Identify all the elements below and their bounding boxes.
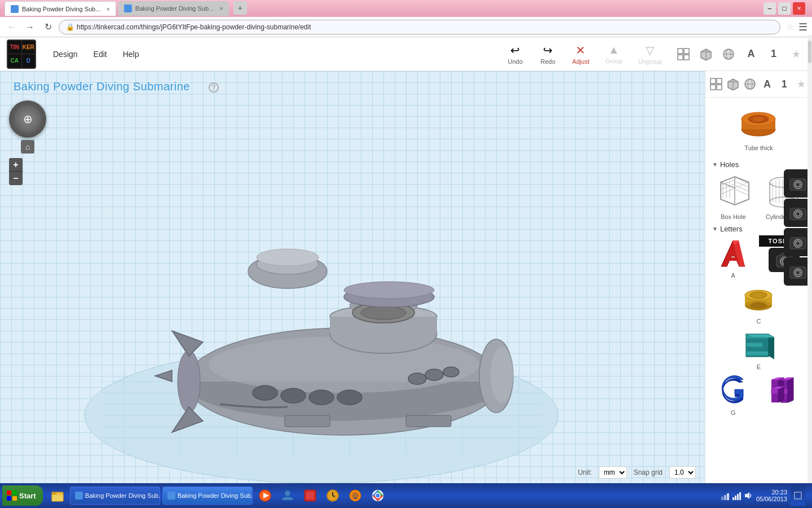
- svg-point-38: [337, 390, 362, 405]
- zoom-in-button[interactable]: +: [9, 158, 23, 172]
- taskbar-app2-icon: [167, 492, 175, 500]
- taskbar-app-1[interactable]: Baking Powder Diving Sub...: [70, 487, 160, 505]
- grid-icon: [677, 48, 690, 60]
- home-button[interactable]: ⌂: [21, 140, 34, 154]
- tab1-close[interactable]: ×: [106, 6, 109, 12]
- main-area: Baking Powder Diving Submarine ? ⊕ ⌂ + −: [0, 71, 812, 483]
- chrome-icon: [371, 489, 385, 502]
- active-tab[interactable]: Baking Powder Diving Sub... ×: [5, 1, 116, 16]
- box-hole-item[interactable]: Box Hole: [712, 171, 754, 220]
- taskbar-paint-icon[interactable]: [300, 485, 320, 506]
- letter-c-shape: [740, 281, 777, 318]
- inactive-tab[interactable]: Baking Powder Diving Sub... ×: [118, 1, 229, 16]
- redo-button[interactable]: ↪ Redo: [534, 41, 562, 67]
- forward-button[interactable]: →: [23, 20, 37, 34]
- close-button[interactable]: ×: [793, 2, 805, 15]
- letter-c-label: C: [757, 318, 761, 325]
- letters-arrow: ▼: [712, 226, 718, 232]
- svg-rect-151: [721, 497, 723, 500]
- nav-compass[interactable]: ⊕: [9, 100, 46, 138]
- favorites-button[interactable]: ★: [787, 45, 805, 63]
- help-icon[interactable]: ?: [209, 82, 219, 93]
- tinkercad-logo[interactable]: TIN KER CA D: [7, 40, 36, 69]
- panel-sphere-icon[interactable]: [742, 76, 758, 93]
- group-icon: ▲: [608, 43, 620, 56]
- main-toolbar: TIN KER CA D Design Edit Help ↩ Undo ↪: [0, 37, 812, 71]
- svg-point-118: [750, 302, 767, 309]
- svg-point-37: [309, 390, 334, 405]
- maximize-button[interactable]: □: [778, 2, 791, 15]
- snap-select[interactable]: 1.0 0.5 0.1: [669, 466, 696, 479]
- menu-button[interactable]: ☰: [798, 21, 807, 33]
- start-label: Start: [19, 492, 36, 500]
- panel-grid-svg: [710, 78, 722, 90]
- help-menu-item[interactable]: Help: [115, 46, 147, 62]
- nav-compass-container: ⊕ ⌂ + −: [9, 100, 46, 185]
- bottom-bar: Unit: mm cm in Snap grid 1.0 0.5 0.1: [578, 466, 696, 479]
- minimize-button[interactable]: –: [764, 2, 776, 15]
- grid-view-button[interactable]: [674, 45, 692, 63]
- sphere-view-button[interactable]: [720, 45, 738, 63]
- refresh-button[interactable]: ↻: [41, 20, 55, 34]
- taskbar-app1-label: Baking Powder Diving Sub...: [85, 492, 160, 499]
- letter-c-item[interactable]: C: [740, 281, 777, 325]
- taskbar-clock-icon[interactable]: [323, 485, 343, 506]
- taskbar-chrome-icon[interactable]: [368, 485, 388, 506]
- cam3-svg: [789, 233, 807, 251]
- number-view-button[interactable]: 1: [765, 45, 783, 63]
- undo-button[interactable]: ↩ Undo: [501, 41, 529, 67]
- lock-icon: 🔒: [66, 23, 74, 31]
- letter-h-item[interactable]: [766, 373, 802, 416]
- group-button[interactable]: ▲ Group: [599, 41, 628, 67]
- panel-cube-icon[interactable]: [725, 76, 742, 93]
- panel-number-icon[interactable]: 1: [776, 76, 793, 93]
- panel-text-icon[interactable]: A: [759, 76, 776, 93]
- letter-a-item[interactable]: A: [715, 235, 752, 279]
- panel-scrollbar[interactable]: [807, 71, 812, 483]
- cam4-svg: [789, 262, 807, 281]
- ungroup-label: Ungroup: [638, 58, 662, 65]
- taskbar-media-icon[interactable]: [255, 485, 275, 506]
- logo-ca: CA: [8, 54, 21, 68]
- svg-point-44: [178, 351, 200, 413]
- system-tray: [721, 491, 753, 500]
- ungroup-button[interactable]: ▽ Ungroup: [633, 41, 668, 67]
- taskbar-fox-icon[interactable]: [345, 485, 365, 506]
- letter-e-item[interactable]: E: [740, 327, 777, 370]
- taskbar-user-icon[interactable]: [277, 485, 298, 506]
- taskbar-app-2[interactable]: Baking Powder Diving Sub...: [162, 487, 253, 505]
- bookmark-button[interactable]: ☆: [786, 21, 794, 32]
- firefox-icon: [348, 489, 362, 502]
- canvas-area[interactable]: Baking Powder Diving Submarine ? ⊕ ⌂ + −: [0, 71, 705, 483]
- start-button[interactable]: Start: [2, 485, 43, 506]
- panel-a-icon: A: [764, 78, 771, 90]
- media-icon: [258, 489, 272, 502]
- edit-menu-item[interactable]: Edit: [86, 46, 115, 62]
- show-desktop-button[interactable]: [791, 485, 805, 506]
- redo-label: Redo: [540, 58, 555, 65]
- svg-rect-134: [12, 491, 17, 495]
- taskbar-clock: 20:23 05/06/2013: [756, 489, 787, 502]
- adjust-button[interactable]: ✕ Adjust: [567, 41, 595, 67]
- svg-rect-53: [710, 78, 716, 84]
- unit-select[interactable]: mm cm in: [599, 466, 627, 479]
- tube-thick-item[interactable]: Tube thick: [708, 102, 810, 151]
- zoom-out-button[interactable]: −: [9, 172, 23, 185]
- panel-grid-icon[interactable]: [708, 76, 725, 93]
- svg-marker-128: [778, 378, 784, 402]
- app-container: TIN KER CA D Design Edit Help ↩ Undo ↪: [0, 37, 812, 483]
- new-tab-button[interactable]: +: [233, 1, 247, 15]
- address-bar[interactable]: 🔒 https://tinkercad.com/things/jPG6tYItF…: [59, 20, 780, 34]
- back-button[interactable]: ←: [5, 20, 19, 34]
- cube-view-button[interactable]: [697, 45, 715, 63]
- letter-g-item[interactable]: G: [715, 373, 752, 416]
- text-view-button[interactable]: A: [742, 45, 760, 63]
- svg-point-40: [425, 369, 443, 380]
- design-menu-item[interactable]: Design: [45, 46, 86, 62]
- zoom-controls: + −: [9, 158, 46, 185]
- taskbar-files-icon[interactable]: [47, 485, 68, 506]
- redo-icon: ↪: [543, 43, 553, 57]
- svg-marker-129: [788, 378, 793, 402]
- tab2-close[interactable]: ×: [219, 5, 223, 12]
- letters-row-3: E: [708, 327, 810, 370]
